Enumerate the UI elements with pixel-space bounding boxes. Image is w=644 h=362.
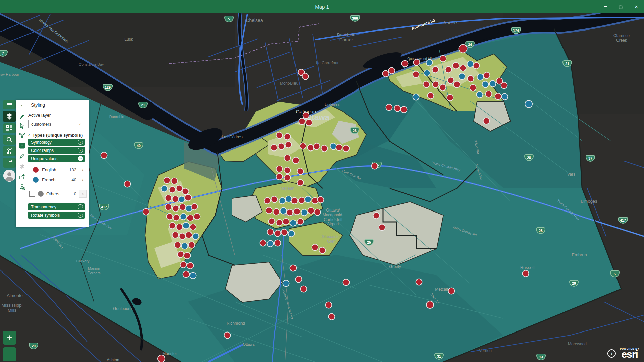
- customer-point[interactable]: [306, 119, 313, 126]
- customer-point[interactable]: [424, 70, 431, 77]
- export-share-icon[interactable]: [19, 174, 25, 180]
- customer-point[interactable]: [288, 230, 295, 237]
- sidebar-layers-button[interactable]: [3, 111, 16, 122]
- types-section-header[interactable]: ‹ Types (Unique symbols): [28, 132, 87, 138]
- customer-point[interactable]: [172, 205, 179, 212]
- move-down-icon[interactable]: ↓: [80, 167, 85, 172]
- restore-button[interactable]: [613, 0, 629, 13]
- customer-point[interactable]: [401, 60, 409, 67]
- customer-point[interactable]: [447, 94, 454, 101]
- swap-arrows-icon[interactable]: [19, 163, 25, 169]
- customer-point[interactable]: [313, 143, 320, 150]
- customer-point[interactable]: [423, 81, 430, 88]
- customer-point[interactable]: [303, 112, 310, 119]
- customer-point[interactable]: [266, 207, 273, 214]
- sidebar-share-button[interactable]: [3, 158, 16, 168]
- customer-point[interactable]: [301, 209, 308, 216]
- customer-point[interactable]: [143, 208, 150, 216]
- customer-point[interactable]: [432, 66, 439, 73]
- customer-point[interactable]: [260, 240, 267, 247]
- customer-point[interactable]: [413, 94, 420, 101]
- customer-point[interactable]: [373, 212, 380, 219]
- customer-point[interactable]: [319, 247, 326, 254]
- customer-point[interactable]: [388, 67, 395, 74]
- customer-point[interactable]: [413, 71, 420, 78]
- customer-point[interactable]: [224, 332, 231, 339]
- customer-point[interactable]: [525, 100, 533, 108]
- customer-point[interactable]: [300, 286, 307, 293]
- customer-point[interactable]: [297, 168, 304, 175]
- customer-point[interactable]: [477, 74, 484, 81]
- customer-point[interactable]: [176, 224, 183, 231]
- customer-point[interactable]: [161, 185, 168, 192]
- customer-point[interactable]: [445, 66, 452, 73]
- customer-point[interactable]: [283, 218, 290, 225]
- customer-point[interactable]: [416, 279, 423, 286]
- customer-point[interactable]: [460, 65, 467, 72]
- customer-point[interactable]: [400, 106, 408, 113]
- customer-point[interactable]: [284, 174, 291, 181]
- customer-point[interactable]: [185, 232, 193, 239]
- customer-point[interactable]: [302, 73, 309, 80]
- customer-point[interactable]: [284, 167, 291, 174]
- customer-point[interactable]: [483, 72, 490, 79]
- customer-point[interactable]: [297, 218, 304, 225]
- customer-point[interactable]: [470, 84, 477, 92]
- customer-point[interactable]: [184, 252, 191, 259]
- customer-point[interactable]: [192, 233, 199, 240]
- customer-point[interactable]: [473, 62, 480, 69]
- customer-point[interactable]: [280, 207, 287, 215]
- customer-point[interactable]: [371, 163, 378, 170]
- sidebar-basemap-button[interactable]: [3, 123, 16, 133]
- customer-point[interactable]: [343, 279, 350, 286]
- customer-point[interactable]: [290, 265, 297, 272]
- active-layer-dropdown[interactable]: customers ›: [28, 120, 84, 128]
- customer-point[interactable]: [336, 144, 343, 151]
- customer-point[interactable]: [459, 44, 468, 53]
- customer-point[interactable]: [522, 270, 529, 277]
- customer-point[interactable]: [177, 251, 184, 258]
- customer-point[interactable]: [293, 208, 301, 215]
- customer-point[interactable]: [173, 214, 180, 221]
- customer-point[interactable]: [187, 262, 194, 269]
- customer-point[interactable]: [276, 173, 283, 180]
- customer-point[interactable]: [284, 133, 291, 140]
- customer-point[interactable]: [271, 144, 278, 152]
- sort-arrows-icon[interactable]: ↑↓: [79, 190, 87, 198]
- customer-point[interactable]: [427, 92, 434, 99]
- customer-point[interactable]: [181, 243, 189, 250]
- symbology-button[interactable]: Symbology ›: [28, 139, 85, 146]
- customer-point[interactable]: [305, 196, 312, 203]
- unique-values-button[interactable]: Unique values ›: [28, 155, 85, 162]
- zoom-out-button[interactable]: −: [3, 347, 16, 361]
- customer-point[interactable]: [394, 105, 401, 112]
- customer-point[interactable]: [483, 118, 490, 125]
- customer-point[interactable]: [190, 272, 197, 279]
- customer-point[interactable]: [501, 82, 508, 89]
- customer-point[interactable]: [124, 181, 131, 188]
- customer-point[interactable]: [264, 197, 271, 204]
- customer-point[interactable]: [171, 178, 178, 185]
- customer-point[interactable]: [297, 179, 304, 186]
- customer-point[interactable]: [276, 219, 283, 226]
- customer-point[interactable]: [267, 229, 274, 236]
- popup-pin-icon[interactable]: [19, 143, 25, 149]
- customer-point[interactable]: [452, 62, 460, 69]
- customer-point[interactable]: [426, 301, 434, 309]
- color-ramps-button[interactable]: Color ramps ›: [28, 147, 85, 154]
- customer-point[interactable]: [485, 90, 492, 98]
- customer-point[interactable]: [169, 186, 176, 193]
- info-icon[interactable]: i: [607, 349, 616, 358]
- customer-point[interactable]: [271, 196, 278, 203]
- customer-point[interactable]: [298, 197, 305, 204]
- customer-point[interactable]: [165, 195, 172, 202]
- customer-point[interactable]: [495, 93, 502, 100]
- customer-point[interactable]: [285, 141, 292, 148]
- customer-point[interactable]: [101, 152, 108, 159]
- measure-flask-icon[interactable]: [19, 184, 25, 190]
- legend-row[interactable]: English 132 ↓: [30, 165, 85, 175]
- customer-point[interactable]: [325, 302, 332, 309]
- customer-point[interactable]: [179, 233, 186, 240]
- customer-point[interactable]: [292, 157, 300, 164]
- sidebar-menu-button[interactable]: [3, 100, 16, 109]
